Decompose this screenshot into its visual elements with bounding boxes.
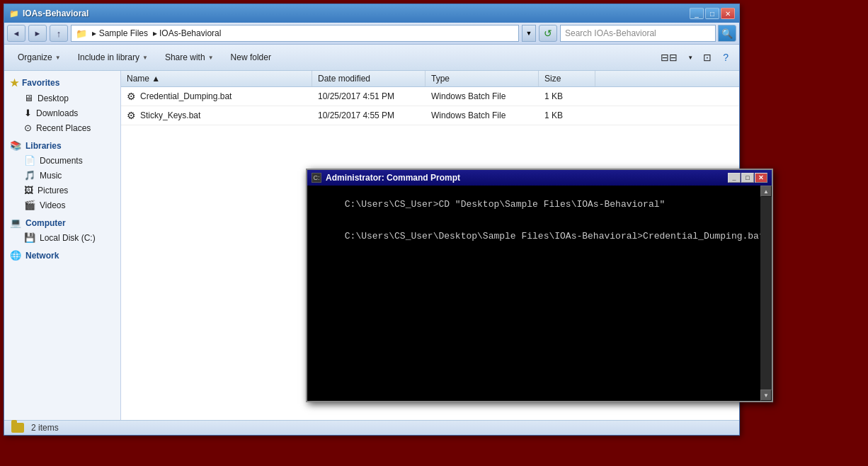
address-box[interactable]: 📁 ▸ Sample Files ▸ IOAs-Behavioral — [71, 25, 519, 42]
cmd-body: C:\Users\CS_User>CD "Desktop\Sample File… — [307, 186, 772, 401]
file-date-sticky: 10/25/2017 4:55 PM — [312, 107, 426, 124]
sidebar-group-network: 🌐 Network — [4, 248, 120, 263]
cmd-scroll-down-button[interactable]: ▼ — [760, 390, 772, 401]
address-bar-area: ◄ ► ↑ 📁 ▸ Sample Files ▸ IOAs-Behavioral… — [4, 23, 739, 45]
file-name-sticky: ⚙ Sticky_Keys.bat — [121, 106, 312, 125]
status-bar: 2 items — [4, 420, 739, 435]
favorites-label: Favorites — [22, 78, 59, 88]
search-button[interactable]: 🔍 — [718, 25, 736, 42]
new-folder-button[interactable]: New folder — [223, 47, 279, 67]
network-icon: 🌐 — [10, 250, 21, 261]
cmd-maximize-button[interactable]: □ — [741, 173, 754, 183]
table-row[interactable]: ⚙ Sticky_Keys.bat 10/25/2017 4:55 PM Win… — [121, 106, 739, 125]
search-placeholder: Search IOAs-Behavioral — [565, 28, 656, 38]
sidebar-group-network-header[interactable]: 🌐 Network — [4, 248, 120, 263]
file-name-credential: ⚙ Credential_Dumping.bat — [121, 87, 312, 106]
local-disk-label: Local Disk (C:) — [40, 233, 96, 243]
title-bar: 📁 IOAs-Behavioral _ □ ✕ — [4, 4, 739, 23]
computer-label: Computer — [25, 218, 66, 228]
col-header-date[interactable]: Date modified — [312, 71, 426, 86]
include-library-dropdown-arrow: ▼ — [142, 55, 148, 61]
refresh-button[interactable]: ↺ — [539, 25, 557, 42]
table-row[interactable]: ⚙ Credential_Dumping.bat 10/25/2017 4:51… — [121, 87, 739, 106]
cmd-minimize-button[interactable]: _ — [728, 173, 741, 183]
sidebar-item-documents[interactable]: 📄 Documents — [4, 153, 120, 168]
cmd-scrollbar: ▲ ▼ — [760, 186, 772, 401]
search-box[interactable]: Search IOAs-Behavioral — [560, 25, 716, 42]
cmd-window-icon: C: — [312, 173, 321, 183]
preview-pane-button[interactable]: ⊡ — [698, 47, 716, 67]
documents-icon: 📄 — [24, 155, 35, 166]
network-label: Network — [25, 251, 59, 261]
col-header-type[interactable]: Type — [426, 71, 539, 86]
bat-file-icon-2: ⚙ — [127, 110, 136, 121]
file-type-sticky: Windows Batch File — [426, 107, 539, 124]
address-path: ▸ Sample Files ▸ IOAs-Behavioral — [90, 28, 221, 38]
music-label: Music — [40, 171, 62, 181]
view-list-button[interactable]: ⊟⊟ — [656, 47, 683, 67]
file-size-sticky: 1 KB — [539, 107, 595, 124]
sidebar-item-desktop[interactable]: 🖥 Desktop — [4, 91, 120, 106]
back-button[interactable]: ◄ — [7, 25, 25, 42]
recent-places-icon: ⊙ — [24, 123, 32, 133]
desktop-label: Desktop — [38, 93, 69, 103]
col-header-size[interactable]: Size — [539, 71, 595, 86]
forward-button[interactable]: ► — [28, 25, 47, 42]
sidebar-item-local-disk[interactable]: 💾 Local Disk (C:) — [4, 230, 120, 245]
window-icon: 📁 — [8, 8, 20, 19]
organize-button[interactable]: Organize ▼ — [10, 47, 69, 67]
share-with-dropdown-arrow: ▼ — [208, 55, 214, 61]
desktop-icon: 🖥 — [24, 93, 33, 103]
local-disk-icon: 💾 — [24, 232, 35, 243]
downloads-icon: ⬇ — [24, 108, 32, 118]
sidebar-item-videos[interactable]: 🎬 Videos — [4, 198, 120, 212]
sidebar-group-favorites: ★ Favorites 🖥 Desktop ⬇ Downloads ⊙ Rece… — [4, 75, 120, 135]
file-date-credential: 10/25/2017 4:51 PM — [312, 88, 426, 105]
downloads-label: Downloads — [36, 108, 78, 118]
cmd-title-bar: C: Administrator: Command Prompt _ □ ✕ — [307, 170, 772, 186]
cmd-scroll-up-button[interactable]: ▲ — [760, 186, 772, 197]
sidebar-item-downloads[interactable]: ⬇ Downloads — [4, 106, 120, 120]
organize-dropdown-arrow: ▼ — [55, 55, 61, 61]
cmd-close-button[interactable]: ✕ — [755, 173, 767, 183]
col-header-name[interactable]: Name ▲ — [121, 71, 312, 86]
sidebar-group-libraries-header[interactable]: 📚 Libraries — [4, 138, 120, 153]
music-icon: 🎵 — [24, 170, 35, 181]
toolbar: Organize ▼ Include in library ▼ Share wi… — [4, 45, 739, 71]
sidebar-item-music[interactable]: 🎵 Music — [4, 168, 120, 183]
file-list-header: Name ▲ Date modified Type Size — [121, 71, 739, 87]
up-button[interactable]: ↑ — [50, 25, 68, 42]
libraries-icon: 📚 — [10, 140, 21, 151]
cmd-line-2: C:\Users\CS_User\Desktop\Sample Files\IO… — [345, 231, 760, 241]
bat-file-icon-1: ⚙ — [127, 91, 136, 102]
maximize-button[interactable]: □ — [705, 8, 719, 19]
videos-icon: 🎬 — [24, 200, 35, 210]
address-dropdown-button[interactable]: ▼ — [522, 25, 536, 42]
minimize-button[interactable]: _ — [690, 8, 704, 19]
videos-label: Videos — [40, 200, 65, 210]
computer-icon: 💻 — [10, 217, 21, 228]
sidebar-group-computer-header[interactable]: 💻 Computer — [4, 215, 120, 230]
sidebar-group-favorites-header[interactable]: ★ Favorites — [4, 75, 120, 91]
sidebar-item-recent-places[interactable]: ⊙ Recent Places — [4, 120, 120, 135]
window-controls: _ □ ✕ — [690, 8, 735, 19]
sidebar-group-libraries: 📚 Libraries 📄 Documents 🎵 Music 🖼 Pictur… — [4, 138, 120, 212]
cmd-controls: _ □ ✕ — [728, 173, 767, 183]
cmd-window: C: Administrator: Command Prompt _ □ ✕ C… — [306, 169, 773, 402]
include-library-button[interactable]: Include in library ▼ — [70, 47, 156, 67]
cmd-title-text: Administrator: Command Prompt — [326, 173, 728, 183]
cmd-text-area[interactable]: C:\Users\CS_User>CD "Desktop\Sample File… — [307, 186, 760, 401]
window-title: IOAs-Behavioral — [23, 8, 690, 18]
view-dropdown-button[interactable]: ▼ — [684, 47, 697, 67]
sidebar-group-computer: 💻 Computer 💾 Local Disk (C:) — [4, 215, 120, 245]
pictures-icon: 🖼 — [24, 185, 33, 195]
cmd-scroll-track — [760, 197, 772, 390]
share-with-button[interactable]: Share with ▼ — [157, 47, 222, 67]
sidebar-item-pictures[interactable]: 🖼 Pictures — [4, 183, 120, 198]
sidebar: ★ Favorites 🖥 Desktop ⬇ Downloads ⊙ Rece… — [4, 71, 121, 420]
cmd-line-1: C:\Users\CS_User>CD "Desktop\Sample File… — [345, 199, 665, 210]
close-button[interactable]: ✕ — [721, 8, 735, 19]
file-type-credential: Windows Batch File — [426, 88, 539, 105]
address-folder-icon: 📁 — [76, 28, 87, 39]
help-button[interactable]: ? — [718, 47, 733, 67]
